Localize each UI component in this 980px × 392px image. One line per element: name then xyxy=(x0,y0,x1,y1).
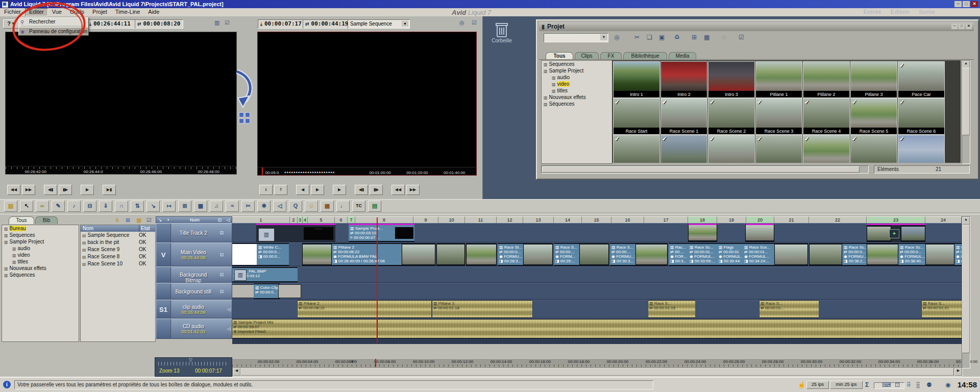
frame-back-button[interactable]: ◀▮ xyxy=(44,185,57,195)
playhead[interactable] xyxy=(377,217,378,343)
video-clip[interactable]: ▥ Rac...⇄ 00:...◉ FOR...◨ 00:3... xyxy=(669,243,688,266)
mic-icon[interactable]: ♩ xyxy=(336,201,350,212)
clip-thumbnail[interactable]: Race Scene 3✓ xyxy=(755,98,802,135)
video-clip[interactable]: ▥ Flags⇄ 00:00:01◉ FORMUL.◨ 00:39:44: xyxy=(717,243,743,266)
select-icon[interactable]: ☑ xyxy=(146,217,152,224)
magnet-icon[interactable]: ∩ xyxy=(115,201,128,212)
close-button[interactable]: ✕ xyxy=(971,1,978,7)
menu-outils[interactable]: Outils xyxy=(66,8,88,16)
monitor-icon[interactable]: ⊡ xyxy=(219,289,224,294)
copy-icon[interactable]: ❏ xyxy=(647,34,652,41)
list-item[interactable]: ▤Race Scene 8OK xyxy=(81,253,155,260)
tree-item-séquences[interactable]: ▥Séquences xyxy=(2,272,79,278)
master-scrub-bar[interactable]: 00:05:0 ▴▴▴▴▴▴▴▴▴▴▴▴▴▴▴▴▴▴▴▴▴▴ 00:01:00:… xyxy=(258,167,476,175)
grid-horizontal-scrollbar[interactable] xyxy=(541,165,869,174)
tab-fx[interactable]: FX xyxy=(600,52,622,60)
help-button[interactable]: ? ▾ xyxy=(3,19,19,29)
menu-time-line[interactable]: Time-Line xyxy=(111,8,144,16)
clip-thumbnail[interactable]: Pace Car✓ xyxy=(898,61,945,98)
ruler-segment[interactable]: 8 xyxy=(355,216,413,224)
title-clip[interactable]: ▥ Sample Proje...⇄ 00:00:03:10≡ 00:00:00… xyxy=(349,224,414,242)
clip-thumbnail[interactable]: Pitlane 2 xyxy=(803,61,850,98)
clip-thumbnail[interactable]: ✓ xyxy=(850,135,897,163)
panel-close-button[interactable]: ✕ xyxy=(966,23,972,29)
timecode-ruler[interactable]: 00:00:02:0000:00:04:0000:00:06:0000:00:0… xyxy=(232,358,962,367)
track-header-clip-audio[interactable]: S1clip audio00:26:44:09◁ xyxy=(156,300,232,318)
tree-item-audio[interactable]: ▥audio xyxy=(542,74,612,81)
video-clip-thumbnail[interactable] xyxy=(925,243,954,266)
ruler-segment[interactable]: 21 xyxy=(774,216,809,224)
storyboard-icon[interactable]: ▤ xyxy=(368,201,381,212)
clip-thumbnail[interactable]: ✓ xyxy=(803,135,850,163)
maximize-button[interactable]: □ xyxy=(963,1,970,7)
audio-tool-icon[interactable]: ♪ xyxy=(67,201,81,212)
ruler-segment[interactable]: 20 xyxy=(746,216,774,224)
video-clip[interactable]: ▥ Race Sc...⇄ 00:00:01...◉ FORMUL...◨ 00… xyxy=(688,243,717,266)
picon-view-icon[interactable]: ⊞ xyxy=(692,34,697,41)
monitor-layout-icon[interactable] xyxy=(239,112,250,124)
tree-item-titles[interactable]: ▥titles xyxy=(2,258,79,265)
workspace-sortie[interactable]: Sortie xyxy=(919,9,935,15)
clip-thumbnail[interactable]: ✓ xyxy=(708,135,755,163)
zoom-slider-handle[interactable]: ▽ xyxy=(189,357,192,362)
video-clip-thumbnail[interactable] xyxy=(523,243,553,266)
ruler-segment[interactable]: 22 xyxy=(809,216,867,224)
open-folder-icon[interactable]: ▨ xyxy=(4,201,17,212)
fast-forward-button[interactable]: ▶▶ xyxy=(22,185,35,195)
tree-item-bureau[interactable]: ▥Bureau xyxy=(2,225,79,232)
scroll-left-icon[interactable]: ◀ xyxy=(233,368,240,376)
ruler-segment[interactable]: 13 xyxy=(523,216,554,224)
video-clip[interactable]: ▥ Race Sc...⇄ 00:00:0...◉ FORMUL...◨ 00:… xyxy=(898,243,925,266)
speaker-icon[interactable]: ◁ xyxy=(227,307,231,312)
video-clip-thumbnail[interactable] xyxy=(774,243,808,266)
ruler-segment[interactable]: 10 xyxy=(438,216,465,224)
track-lane-background-bitmap[interactable]: ▥ Avid_PAL.BMP⇄ 00:00:03:12▥ xyxy=(232,266,962,283)
video-clip-thumbnail[interactable] xyxy=(867,243,898,266)
menu-item-panneau-de-configuration[interactable]: ❀Panneau de configuration xyxy=(19,28,88,35)
step-back-button[interactable]: ◀ xyxy=(296,185,309,195)
min-fps-button[interactable]: min 25 ips xyxy=(830,381,863,389)
tree-item-video[interactable]: ▥video xyxy=(2,252,79,258)
ruler-segment[interactable]: 5 xyxy=(308,216,335,224)
scroll-up-icon[interactable]: ▲ xyxy=(962,61,970,68)
audio-clip[interactable]: ▥ Pitlane 2⇄ 00:00:06:22 xyxy=(298,300,431,318)
razor-icon[interactable]: ✂ xyxy=(241,201,255,212)
source-scrub-bar[interactable]: 00:26:42:0000:26:44:000:26:46:0000:26:48… xyxy=(6,166,236,174)
scroll-up-icon[interactable]: ▲ xyxy=(962,217,970,225)
speaker-icon[interactable]: ◁ xyxy=(227,326,231,331)
film-audio-icon[interactable]: ♫ xyxy=(210,201,223,212)
clip-thumbnail[interactable]: Race Start✓ xyxy=(613,98,660,135)
video-clip[interactable]: ▥ Race⇄ 00:0◉ FOR◨ 00:3 xyxy=(954,243,962,266)
tree-view-icon[interactable]: ⋔ xyxy=(115,217,119,224)
clip-thumbnail[interactable]: Race Scene 5✓ xyxy=(850,98,897,135)
menu-aide[interactable]: Aide xyxy=(144,8,163,16)
timeline-horizontal-scrollbar[interactable]: ◀ ▶ xyxy=(232,368,963,376)
go-to-in-button[interactable]: ◀▮ xyxy=(355,185,368,195)
timeline-ruler[interactable]: 123456789101112131415161718192021222324 xyxy=(232,216,962,224)
go-to-out-button[interactable]: ▮▶ xyxy=(370,185,383,195)
panel-minimize-button[interactable]: ─ xyxy=(951,23,958,29)
dual-monitor-icon[interactable]: ⊟ xyxy=(83,201,96,212)
trash-icon[interactable]: ♻ xyxy=(674,34,680,41)
picon-view-icon[interactable]: ⊞ xyxy=(126,217,130,224)
refresh-icon[interactable]: ◌ xyxy=(722,34,726,41)
track-header-background-still[interactable]: Background still⊡ xyxy=(156,283,232,300)
ruler-segment[interactable]: 16 xyxy=(611,216,644,224)
clip-thumbnail[interactable]: ✓ xyxy=(660,135,707,163)
project-panel-titlebar[interactable]: ▮Projet ─ □ ✕ xyxy=(539,22,974,31)
workspace-entrée[interactable]: Entrée xyxy=(864,9,881,15)
blocks-icon[interactable]: ⠿ xyxy=(906,381,911,388)
ruler-segment[interactable]: 19 xyxy=(717,216,746,224)
track-header-background-bitmap[interactable]: Background Bitmap⊡ xyxy=(156,266,232,283)
monitor-icon[interactable]: ⊡ xyxy=(219,230,224,235)
grid-vertical-scrollbar[interactable]: ▲ xyxy=(962,60,970,164)
tab-bibliothèque[interactable]: Bibliothèque xyxy=(623,52,667,60)
cut-icon[interactable]: ✂ xyxy=(634,34,640,41)
video-clip[interactable]: ▥ Race Sce...⇄ 00:00:01...◉ FORMUL...◨ 0… xyxy=(743,243,774,266)
video-clip-thumbnail[interactable] xyxy=(302,243,332,266)
video-clip-thumbnail[interactable] xyxy=(436,243,465,266)
timeline-vertical-scrollbar[interactable]: ▲ xyxy=(962,216,970,369)
ruler-segment[interactable]: 17 xyxy=(644,216,688,224)
track-header-cd-audio[interactable]: CD audio00:01:42:02◁ xyxy=(156,318,232,339)
chevron-down-icon[interactable]: ▼ xyxy=(600,34,607,40)
